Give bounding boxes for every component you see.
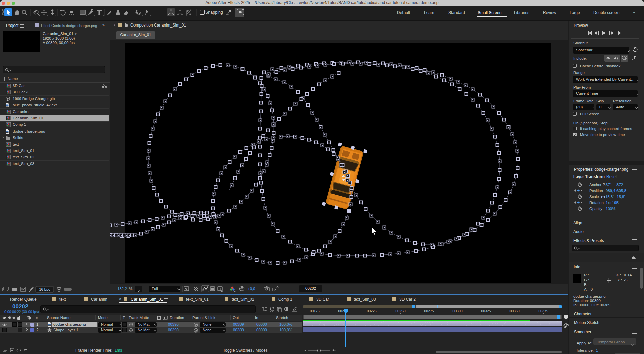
- svg-text:16 bpc: 16 bpc: [39, 287, 50, 291]
